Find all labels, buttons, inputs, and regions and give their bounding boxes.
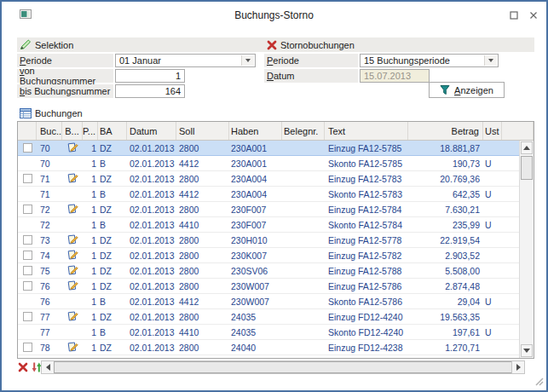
cell-datum: 02.01.2013 (127, 217, 176, 232)
cell-betrag: 642,35 (408, 187, 483, 201)
table-row[interactable]: 73 1DZ02.01.20132800230H010Einzug FA12-5… (18, 233, 519, 248)
cell-datum: 02.01.2013 (127, 156, 176, 170)
scroll-left-button[interactable] (42, 361, 55, 373)
table-row[interactable]: 721B02.01.20134410230F007Skonto FA12-578… (18, 217, 519, 233)
close-button[interactable] (526, 8, 541, 23)
table-row[interactable]: 771B02.01.2013441024035Skonto FD12-42401… (18, 325, 519, 340)
col-header-ba[interactable]: BA (98, 122, 127, 140)
cell-ust (483, 141, 502, 155)
scroll-down-button[interactable] (521, 344, 533, 357)
cell-beleg (62, 279, 83, 293)
table-row[interactable]: 74 1DZ02.01.20132800230K007Einzug FA12-5… (18, 248, 519, 263)
table-row[interactable]: 701B02.01.20134412230A001Skonto FA12-578… (18, 156, 519, 171)
col-header-spacer[interactable] (502, 122, 534, 140)
bis-buchungsnummer-input[interactable] (115, 84, 185, 98)
cell-buchungsnr: 77 (37, 309, 62, 324)
row-checkbox[interactable] (23, 143, 32, 153)
cell-text: Einzug FA12-5783 (325, 171, 408, 186)
cell-betrag: 190,73 (408, 156, 483, 170)
cell-periode: 1 (83, 340, 98, 355)
table-row[interactable]: 72 1DZ02.01.20132800230F007Einzug FA12-5… (18, 202, 519, 217)
cell-belegnr (282, 202, 325, 216)
cell-betrag: 7.630,21 (408, 202, 483, 216)
row-checkbox[interactable] (23, 312, 32, 321)
col-header-select[interactable] (18, 122, 37, 140)
storno-group-header: Stornobuchungen (264, 37, 534, 52)
resize-grip[interactable] (535, 378, 544, 388)
cell-belegnr (282, 309, 325, 324)
cell-text: Einzug FA12-5784 (325, 202, 408, 216)
col-header-haben[interactable]: Haben (229, 122, 282, 140)
table-row[interactable]: 711B02.01.20134412230A004Skonto FA12-578… (18, 187, 519, 202)
delete-x-icon[interactable] (17, 361, 29, 373)
row-checkbox[interactable] (23, 343, 32, 352)
row-checkbox[interactable] (23, 266, 32, 275)
col-header-ust[interactable]: Ust (483, 122, 502, 140)
bis-buchungsnummer-label: bis Buchungsnummer (17, 84, 113, 98)
von-buchungsnummer-input[interactable] (115, 69, 185, 83)
vertical-scrollbar-thumb[interactable] (521, 156, 533, 180)
row-checkbox[interactable] (23, 174, 32, 183)
table-row[interactable]: 76 1DZ02.01.20132800230W007Einzug FA12-5… (18, 279, 519, 294)
cell-haben: 230H010 (229, 233, 282, 247)
cell-ba: DZ (98, 340, 127, 355)
periode-dropdown-button[interactable] (241, 55, 254, 66)
cell-ust: U (483, 217, 502, 232)
col-header-belegnr[interactable]: Belegnr. (282, 122, 325, 140)
table-row[interactable]: 78 1DZ02.01.2013280024040Einzug FD12-423… (18, 340, 519, 355)
cell-soll: 2800 (176, 202, 229, 216)
col-header-betrag[interactable]: Betrag (408, 122, 483, 140)
cell-text: Einzug FA12-5785 (325, 141, 408, 155)
cell-periode: 1 (83, 156, 98, 170)
table-row[interactable]: 75 1DZ02.01.20132800230SV06Einzug FA12-5… (18, 263, 519, 279)
cell-text: Einzug FA12-5782 (325, 248, 408, 262)
cell-haben: 230SV06 (229, 263, 282, 278)
arrow-right-icon (516, 364, 521, 371)
cell-datum: 02.01.2013 (127, 233, 176, 247)
cell-haben: 230W007 (229, 279, 282, 293)
cell-belegnr (282, 325, 325, 339)
col-header-buchungsnr[interactable]: Buc... (37, 122, 62, 140)
funnel-icon (440, 84, 450, 95)
cell-haben: 24035 (229, 309, 282, 324)
table-row[interactable]: 761B02.01.20134412230W007Skonto FA12-578… (18, 294, 519, 309)
cell-periode: 1 (83, 294, 98, 308)
scroll-up-button[interactable] (521, 141, 533, 154)
cell-select (18, 325, 37, 339)
cell-datum: 02.01.2013 (127, 340, 176, 355)
cell-haben: 230W007 (229, 294, 282, 308)
cell-spacer (502, 171, 519, 186)
anzeigen-button[interactable]: Anzeigen (429, 82, 505, 98)
cell-text: Einzug FA12-5786 (325, 279, 408, 293)
table-row[interactable]: 71 1DZ02.01.20132800230A004Einzug FA12-5… (18, 171, 519, 187)
periode-combobox[interactable]: 01 Januar (115, 54, 256, 67)
col-header-periode[interactable]: P... (83, 122, 98, 140)
row-checkbox[interactable] (23, 205, 32, 214)
maximize-button[interactable] (506, 8, 522, 23)
cell-buchungsnr: 78 (37, 340, 62, 355)
storno-periode-dropdown-button[interactable] (484, 55, 497, 66)
scroll-right-button[interactable] (511, 361, 524, 373)
cell-select (18, 141, 37, 155)
col-header-text[interactable]: Text (325, 122, 408, 140)
row-checkbox[interactable] (23, 251, 32, 260)
row-checkbox[interactable] (23, 281, 32, 291)
storno-periode-combobox[interactable]: 15 Buchungsperiode (360, 54, 499, 67)
row-checkbox[interactable] (23, 235, 32, 245)
horizontal-scrollbar[interactable] (41, 360, 525, 374)
cell-text: Skonto FA12-5786 (325, 294, 408, 308)
table-row[interactable]: 70 1DZ02.01.20132800230A001Einzug FA12-5… (18, 141, 519, 156)
cell-periode: 1 (83, 171, 98, 186)
vertical-scrollbar[interactable] (519, 141, 534, 358)
note-edit-icon (66, 280, 78, 291)
horizontal-scrollbar-thumb[interactable] (54, 361, 512, 373)
cell-beleg (62, 141, 83, 155)
col-header-soll[interactable]: Soll (176, 122, 229, 140)
table-row[interactable]: 77 1DZ02.01.2013280024035Einzug FD12-424… (18, 309, 519, 325)
col-header-datum[interactable]: Datum (127, 122, 176, 140)
col-header-beleg[interactable]: B... (62, 122, 83, 140)
cell-spacer (502, 156, 519, 170)
note-edit-icon (66, 342, 78, 353)
cell-betrag: 2.874,48 (408, 279, 483, 293)
storno-group-title: Stornobuchungen (280, 40, 355, 50)
